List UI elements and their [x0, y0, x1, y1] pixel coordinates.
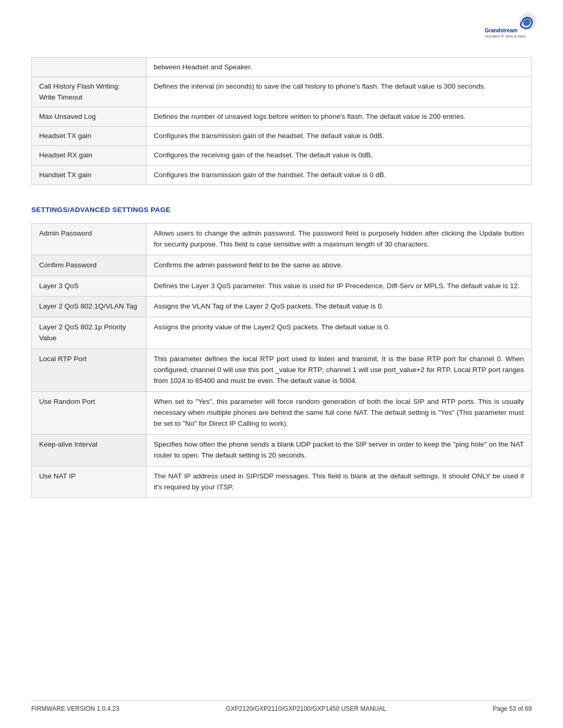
top-table-row: Headset TX gainConfigures the transmissi…: [32, 127, 532, 146]
top-table-desc: Configures the transmission gain of the …: [146, 127, 532, 146]
top-table-desc: Defines the interval (in seconds) to sav…: [146, 77, 532, 107]
settings-desc: When set to "Yes", this parameter will f…: [146, 391, 532, 434]
svg-text:Grandstream: Grandstream: [485, 28, 518, 33]
settings-label: Keep-alive Interval: [32, 434, 146, 466]
settings-label: Layer 2 QoS 802.1p Priority Value: [32, 317, 146, 349]
top-table: between Headset and Speaker.Call History…: [31, 57, 532, 185]
settings-desc: Assigns the priority value of the Layer2…: [146, 317, 532, 349]
footer: FIRMWARE VERSION 1.0.4.23 GXP2120/GXP211…: [31, 700, 532, 712]
settings-table: Admin PasswordAllows users to change the…: [31, 223, 532, 498]
settings-table-row: Local RTP PortThis parameter defines the…: [32, 349, 532, 392]
settings-table-row: Layer 2 QoS 802.1Q/VLAN TagAssigns the V…: [32, 297, 532, 317]
logo: Grandstream Innovative IP Voice & Video: [485, 10, 542, 41]
settings-table-row: Confirm PasswordConfirms the admin passw…: [32, 255, 532, 276]
settings-table-row: Layer 2 QoS 802.1p Priority ValueAssigns…: [32, 317, 532, 349]
settings-desc: The NAT IP address used in SIP/SDP messa…: [146, 466, 532, 498]
footer-left: FIRMWARE VERSION 1.0.4.23: [31, 705, 119, 712]
footer-right: Page 53 of 69: [493, 705, 532, 712]
top-table-row: Call History Flash Writing:Write Timeout…: [32, 77, 532, 107]
top-table-label: Handset TX gain: [32, 165, 146, 184]
settings-desc: This parameter defines the local RTP por…: [146, 349, 532, 392]
settings-desc: Confirms the admin password field to be …: [146, 255, 532, 276]
top-table-label: Headset RX gain: [32, 146, 146, 165]
settings-label: Use Random Port: [32, 391, 146, 434]
top-table-desc: Defines the number of unsaved logs befor…: [146, 107, 532, 126]
settings-label: Local RTP Port: [32, 349, 146, 392]
settings-label: Layer 2 QoS 802.1Q/VLAN Tag: [32, 297, 146, 317]
settings-label: Confirm Password: [32, 255, 146, 276]
top-table-label: Max Unsaved Log: [32, 107, 146, 126]
settings-table-row: Use Random PortWhen set to "Yes", this p…: [32, 391, 532, 434]
top-table-label: Call History Flash Writing:Write Timeout: [32, 77, 146, 107]
settings-desc: Defines the Layer 3 QoS parameter. This …: [146, 276, 532, 297]
top-table-desc: Configures the transmission gain of the …: [146, 165, 532, 184]
section-heading: SETTINGS/ADVANCED SETTINGS PAGE: [31, 206, 532, 214]
top-table-desc: between Headset and Speaker.: [146, 58, 532, 77]
top-table-label: [32, 58, 146, 77]
svg-text:Innovative IP Voice & Video: Innovative IP Voice & Video: [485, 34, 526, 38]
settings-table-row: Use NAT IPThe NAT IP address used in SIP…: [32, 466, 532, 498]
top-table-row: Max Unsaved LogDefines the number of uns…: [32, 107, 532, 126]
footer-center: GXP2120/GXP2110/GXP2100/GXP1450 USER MAN…: [226, 705, 386, 712]
top-table-row: between Headset and Speaker.: [32, 58, 532, 77]
settings-table-row: Layer 3 QoSDefines the Layer 3 QoS param…: [32, 276, 532, 297]
settings-table-row: Admin PasswordAllows users to change the…: [32, 223, 532, 255]
settings-table-row: Keep-alive IntervalSpecifies how often t…: [32, 434, 532, 466]
top-table-row: Headset RX gainConfigures the receiving …: [32, 146, 532, 165]
settings-label: Admin Password: [32, 223, 146, 255]
settings-desc: Assigns the VLAN Tag of the Layer 2 QoS …: [146, 297, 532, 317]
top-table-row: Handset TX gainConfigures the transmissi…: [32, 165, 532, 184]
settings-desc: Specifies how often the phone sends a bl…: [146, 434, 532, 466]
settings-label: Use NAT IP: [32, 466, 146, 498]
top-table-desc: Configures the receiving gain of the hea…: [146, 146, 532, 165]
settings-label: Layer 3 QoS: [32, 276, 146, 297]
top-table-label: Headset TX gain: [32, 127, 146, 146]
settings-desc: Allows users to change the admin passwor…: [146, 223, 532, 255]
